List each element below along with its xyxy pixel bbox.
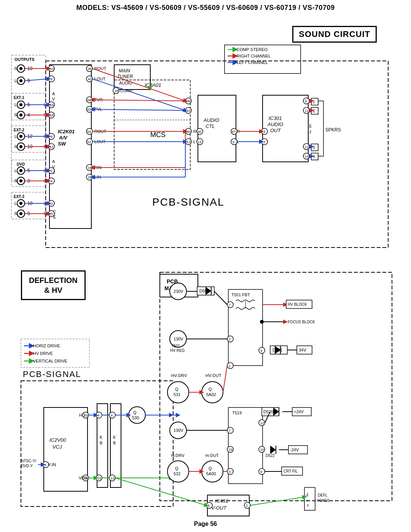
svg-text:L: L (14, 102, 17, 107)
svg-text:23: 23 (49, 202, 53, 206)
svg-text:29: 29 (88, 176, 92, 179)
svg-rect-223 (46, 61, 388, 248)
svg-text:HV-DRV: HV-DRV (171, 373, 187, 378)
svg-text:HV REG: HV REG (170, 348, 185, 353)
svg-text:2: 2 (229, 337, 231, 341)
svg-text:4: 4 (313, 155, 315, 159)
svg-text:130V: 130V (174, 337, 183, 341)
svg-text:Q: Q (175, 387, 178, 391)
svg-text:+24V: +24V (294, 409, 304, 414)
svg-text:R: R (193, 129, 196, 134)
svg-text:47: 47 (232, 130, 236, 134)
svg-point-40 (19, 169, 22, 172)
svg-text:5A00: 5A00 (206, 471, 216, 476)
svg-point-50 (19, 202, 22, 205)
svg-text:IC451: IC451 (215, 498, 228, 504)
svg-text:1: 1 (229, 364, 231, 368)
svg-text:Q: Q (209, 387, 212, 391)
svg-text:VDN: VDN (79, 476, 88, 480)
svg-point-43 (19, 179, 22, 182)
svg-line-171 (92, 79, 185, 110)
svg-line-374 (115, 478, 206, 505)
svg-point-33 (19, 145, 22, 148)
svg-text:9: 9 (260, 470, 262, 474)
svg-text:40: 40 (187, 130, 191, 134)
svg-text:15: 15 (229, 448, 233, 452)
svg-text:9: 9 (51, 135, 53, 139)
svg-point-10 (19, 67, 22, 70)
svg-text:H-DRV: H-DRV (171, 453, 185, 458)
svg-text:12: 12 (260, 421, 264, 425)
svg-text:EXT-3: EXT-3 (14, 195, 24, 199)
svg-text:13: 13 (198, 140, 201, 144)
svg-text:15: 15 (187, 109, 191, 113)
svg-text:3: 3 (307, 503, 309, 507)
svg-text:531: 531 (174, 392, 180, 397)
svg-text:2: 2 (246, 504, 248, 508)
svg-text:52: 52 (87, 140, 91, 144)
svg-text:AUDIO: AUDIO (267, 121, 283, 127)
svg-text:Q: Q (175, 466, 178, 471)
svg-text:H-OUT: H-OUT (206, 453, 219, 458)
svg-text:9: 9 (305, 99, 307, 103)
svg-text:HORIZ DRIVE: HORIZ DRIVE (33, 343, 60, 348)
svg-text:13: 13 (97, 476, 101, 480)
svg-text:6: 6 (233, 140, 234, 144)
svg-text:4: 4 (111, 414, 113, 417)
svg-text:15: 15 (260, 448, 264, 452)
svg-text:4: 4 (97, 414, 99, 417)
svg-text:PCB-SIGNAL: PCB-SIGNAL (23, 369, 81, 379)
svg-text:HV DRIVE: HV DRIVE (33, 351, 53, 356)
page-title: MODELS: VS-45609 / VS-50609 / VS-55609 /… (4, 4, 407, 12)
svg-text:DVD: DVD (17, 162, 25, 166)
svg-text:13: 13 (187, 140, 191, 144)
svg-text:A/V: A/V (59, 135, 68, 141)
svg-text:L: L (14, 201, 17, 206)
svg-text:FOCUS BLOCK: FOCUS BLOCK (288, 320, 315, 324)
svg-text:OUT: OUT (270, 128, 281, 133)
svg-text:R: R (14, 113, 18, 117)
svg-point-13 (19, 79, 22, 82)
svg-text:2: 2 (263, 140, 265, 144)
svg-text:T519: T519 (232, 411, 242, 415)
svg-text:B: B (100, 441, 102, 445)
svg-text:Y: Y (306, 499, 308, 503)
svg-rect-236 (160, 272, 392, 501)
svg-text:43: 43 (88, 77, 92, 81)
svg-text:R: R (14, 66, 18, 71)
svg-text:Y-IN: Y-IN (48, 462, 56, 467)
svg-text:3: 3 (229, 470, 231, 474)
svg-text:K: K (100, 435, 103, 439)
svg-text:TUNER: TUNER (117, 74, 133, 79)
svg-text:38: 38 (187, 99, 191, 103)
svg-text:A: A (52, 91, 55, 96)
svg-text:T501: T501 (171, 344, 180, 348)
svg-point-20 (19, 103, 22, 106)
svg-text:5: 5 (208, 504, 210, 508)
svg-text:1: 1 (313, 100, 315, 104)
svg-text:D522: D522 (266, 454, 275, 458)
svg-text:-24V: -24V (290, 447, 299, 452)
svg-rect-180 (263, 95, 308, 162)
svg-text:40: 40 (198, 130, 201, 134)
svg-text:9: 9 (44, 463, 46, 467)
svg-text:18: 18 (50, 113, 54, 117)
svg-line-170 (92, 69, 185, 101)
svg-text:NTSC-Y/: NTSC-Y/ (21, 459, 36, 463)
svg-text:IC3A01: IC3A01 (145, 82, 161, 88)
svg-text:62: 62 (87, 108, 91, 112)
svg-text:OUTPUTS: OUTPUTS (14, 57, 35, 62)
svg-text:VCJ: VCJ (53, 444, 62, 450)
svg-text:HV BLOCK: HV BLOCK (288, 302, 307, 307)
svg-text:25: 25 (49, 212, 53, 216)
svg-text:COMP STEREO: COMP STEREO (237, 47, 268, 52)
svg-text:2: 2 (51, 169, 53, 173)
svg-text:L: L (14, 78, 17, 83)
svg-text:31: 31 (88, 166, 92, 170)
svg-text:D520: D520 (263, 409, 273, 414)
svg-text:D: D (306, 494, 308, 498)
svg-point-266 (129, 407, 145, 423)
svg-text:16: 16 (50, 103, 54, 107)
svg-text:11: 11 (305, 109, 309, 113)
svg-point-23 (19, 113, 22, 117)
